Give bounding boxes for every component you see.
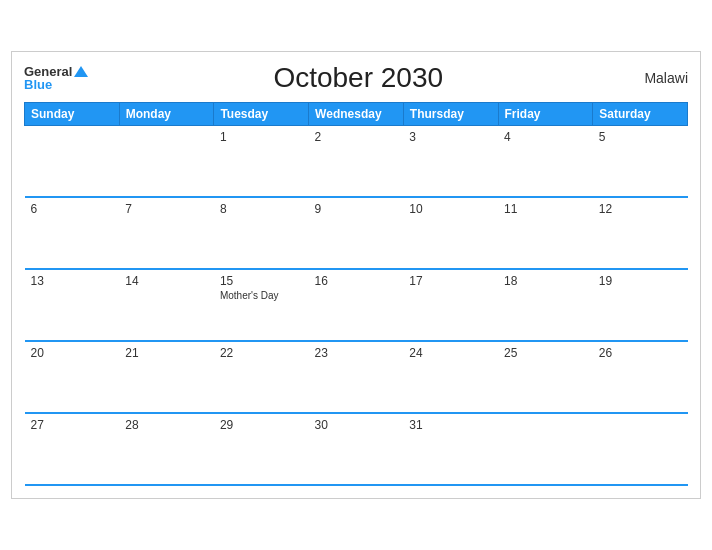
weekday-header: Wednesday bbox=[309, 102, 404, 125]
day-number: 12 bbox=[599, 202, 682, 216]
day-number: 7 bbox=[125, 202, 208, 216]
calendar-cell: 2 bbox=[309, 125, 404, 197]
day-number: 18 bbox=[504, 274, 587, 288]
logo-blue-text: Blue bbox=[24, 78, 88, 91]
day-number: 26 bbox=[599, 346, 682, 360]
weekday-header: Monday bbox=[119, 102, 214, 125]
day-number: 5 bbox=[599, 130, 682, 144]
calendar-cell: 30 bbox=[309, 413, 404, 485]
calendar-week-row: 2728293031 bbox=[25, 413, 688, 485]
calendar-cell: 18 bbox=[498, 269, 593, 341]
calendar-cell: 17 bbox=[403, 269, 498, 341]
calendar-cell: 24 bbox=[403, 341, 498, 413]
calendar-cell: 21 bbox=[119, 341, 214, 413]
calendar-cell: 28 bbox=[119, 413, 214, 485]
calendar-cell: 26 bbox=[593, 341, 688, 413]
day-number: 4 bbox=[504, 130, 587, 144]
calendar-cell: 10 bbox=[403, 197, 498, 269]
calendar-cell: 5 bbox=[593, 125, 688, 197]
day-number: 25 bbox=[504, 346, 587, 360]
weekday-header: Tuesday bbox=[214, 102, 309, 125]
day-number: 21 bbox=[125, 346, 208, 360]
day-number: 6 bbox=[31, 202, 114, 216]
calendar-cell: 25 bbox=[498, 341, 593, 413]
day-number: 28 bbox=[125, 418, 208, 432]
logo: General Blue bbox=[24, 65, 88, 91]
day-event: Mother's Day bbox=[220, 290, 303, 301]
calendar-cell: 29 bbox=[214, 413, 309, 485]
calendar-grid: SundayMondayTuesdayWednesdayThursdayFrid… bbox=[24, 102, 688, 487]
day-number: 14 bbox=[125, 274, 208, 288]
calendar-cell: 11 bbox=[498, 197, 593, 269]
calendar-week-row: 20212223242526 bbox=[25, 341, 688, 413]
day-number: 3 bbox=[409, 130, 492, 144]
day-number: 19 bbox=[599, 274, 682, 288]
day-number: 17 bbox=[409, 274, 492, 288]
calendar-cell: 16 bbox=[309, 269, 404, 341]
calendar-week-row: 12345 bbox=[25, 125, 688, 197]
calendar-cell: 23 bbox=[309, 341, 404, 413]
weekday-header: Saturday bbox=[593, 102, 688, 125]
day-number: 20 bbox=[31, 346, 114, 360]
calendar-country: Malawi bbox=[628, 70, 688, 86]
calendar-cell: 7 bbox=[119, 197, 214, 269]
day-number: 8 bbox=[220, 202, 303, 216]
calendar-cell: 14 bbox=[119, 269, 214, 341]
calendar-cell: 4 bbox=[498, 125, 593, 197]
calendar-cell: 3 bbox=[403, 125, 498, 197]
day-number: 22 bbox=[220, 346, 303, 360]
calendar-cell: 12 bbox=[593, 197, 688, 269]
day-number: 1 bbox=[220, 130, 303, 144]
day-number: 16 bbox=[315, 274, 398, 288]
day-number: 29 bbox=[220, 418, 303, 432]
day-number: 2 bbox=[315, 130, 398, 144]
day-number: 27 bbox=[31, 418, 114, 432]
calendar-cell: 6 bbox=[25, 197, 120, 269]
day-number: 31 bbox=[409, 418, 492, 432]
calendar-cell: 19 bbox=[593, 269, 688, 341]
calendar-week-row: 6789101112 bbox=[25, 197, 688, 269]
calendar-cell bbox=[498, 413, 593, 485]
calendar-cell: 13 bbox=[25, 269, 120, 341]
calendar-cell bbox=[593, 413, 688, 485]
calendar-cell bbox=[25, 125, 120, 197]
calendar-cell: 15Mother's Day bbox=[214, 269, 309, 341]
calendar-cell: 27 bbox=[25, 413, 120, 485]
calendar-container: General Blue October 2030 Malawi SundayM… bbox=[11, 51, 701, 500]
weekday-header-row: SundayMondayTuesdayWednesdayThursdayFrid… bbox=[25, 102, 688, 125]
logo-general-text: General bbox=[24, 65, 72, 78]
calendar-cell: 22 bbox=[214, 341, 309, 413]
day-number: 24 bbox=[409, 346, 492, 360]
day-number: 10 bbox=[409, 202, 492, 216]
day-number: 15 bbox=[220, 274, 303, 288]
calendar-cell: 1 bbox=[214, 125, 309, 197]
logo-triangle-icon bbox=[74, 66, 88, 77]
calendar-header: General Blue October 2030 Malawi bbox=[24, 62, 688, 94]
day-number: 11 bbox=[504, 202, 587, 216]
weekday-header: Friday bbox=[498, 102, 593, 125]
weekday-header: Thursday bbox=[403, 102, 498, 125]
calendar-cell: 31 bbox=[403, 413, 498, 485]
calendar-cell: 8 bbox=[214, 197, 309, 269]
calendar-cell: 9 bbox=[309, 197, 404, 269]
calendar-cell bbox=[119, 125, 214, 197]
calendar-title: October 2030 bbox=[88, 62, 628, 94]
calendar-cell: 20 bbox=[25, 341, 120, 413]
day-number: 23 bbox=[315, 346, 398, 360]
day-number: 13 bbox=[31, 274, 114, 288]
day-number: 9 bbox=[315, 202, 398, 216]
weekday-header: Sunday bbox=[25, 102, 120, 125]
day-number: 30 bbox=[315, 418, 398, 432]
calendar-week-row: 131415Mother's Day16171819 bbox=[25, 269, 688, 341]
